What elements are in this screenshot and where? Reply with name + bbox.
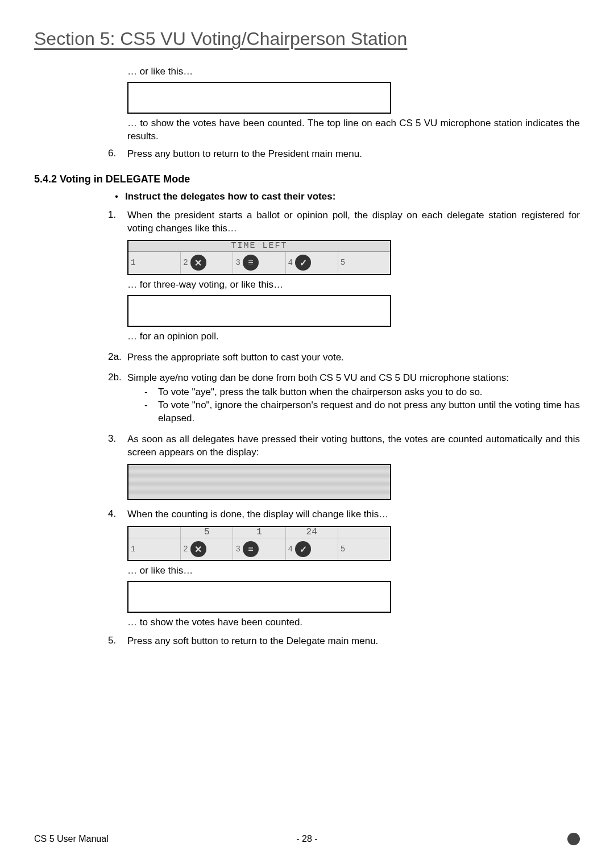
list-text-3: As soon as all delegates have pressed th… — [127, 433, 580, 459]
lcd-cell-1: 1 — [128, 252, 181, 274]
text-votes-counted-2: … to show the votes have been counted. — [127, 616, 580, 629]
text-votes-counted-1: … to show the votes have been counted. T… — [127, 117, 580, 143]
text-or-like-this-2: … or like this… — [127, 564, 580, 578]
result-top-5 — [338, 527, 390, 538]
dash: - — [144, 386, 158, 399]
cross-icon: ✕ — [190, 255, 206, 271]
lcd-cell-3: 3≡ — [233, 252, 285, 274]
lcd-counting — [127, 464, 391, 500]
lcd-time-left: TIME LEFT 1 2✕ 3≡ 4✓ 5 — [127, 240, 391, 275]
bullet-instruct: Instruct the delegates how to cast their… — [125, 191, 335, 202]
heading-5-4-2: 5.4.2 Voting in DELEGATE Mode — [34, 173, 580, 185]
result-cell-2: 2✕ — [181, 538, 233, 560]
lcd-cell-5: 5 — [338, 252, 390, 274]
result-top-4: 24 — [286, 527, 338, 538]
lcd-results: 5 1 24 1 2✕ 3≡ 4✓ 5 — [127, 526, 391, 561]
list-number-2b: 2b. — [108, 372, 127, 425]
lcd-cell-2: 2✕ — [181, 252, 233, 274]
result-top-2: 5 — [181, 527, 233, 538]
lcd-placeholder-3 — [127, 581, 391, 613]
result-cell-4: 4✓ — [286, 538, 338, 560]
list-text-5: Press any soft button to return to the D… — [127, 635, 580, 648]
list-number-3: 3. — [108, 433, 127, 459]
bullet-dot: • — [108, 191, 125, 202]
text-opinion-poll: … for an opinion poll. — [127, 330, 580, 343]
cross-icon: ✕ — [190, 541, 206, 557]
list-number-1: 1. — [108, 209, 127, 235]
result-cell-1: 1 — [128, 538, 181, 560]
list-number-2a: 2a. — [108, 351, 127, 364]
section-title: Section 5: CS5 VU Voting/Chairperson Sta… — [34, 28, 580, 49]
neutral-icon: ≡ — [243, 255, 259, 271]
list-text-4: When the counting is done, the display w… — [127, 508, 580, 521]
list-number-4: 4. — [108, 508, 127, 521]
list-text-2b-main: Simple aye/no voting dan be done from bo… — [127, 372, 509, 383]
text-or-like-this-1: … or like this… — [127, 65, 580, 78]
lcd-placeholder-2 — [127, 295, 391, 327]
lcd-placeholder-1 — [127, 82, 391, 114]
check-icon: ✓ — [295, 541, 311, 557]
result-cell-5: 5 — [338, 538, 390, 560]
lcd-cell-4: 4✓ — [286, 252, 338, 274]
list-text-6: Press any button to return to the Presid… — [127, 148, 580, 161]
result-top-1 — [128, 527, 181, 538]
list-text-1: When the president starts a ballot or op… — [127, 209, 580, 235]
result-cell-3: 3≡ — [233, 538, 285, 560]
list-number-5: 5. — [108, 635, 127, 648]
footer-left: CS 5 User Manual — [34, 834, 109, 844]
footer-page-number: - 28 - — [296, 834, 317, 844]
check-icon: ✓ — [295, 255, 311, 271]
list-text-2a: Press the appropriate soft button to cas… — [127, 351, 580, 364]
list-text-2b: Simple aye/no voting dan be done from bo… — [127, 372, 580, 425]
dash-no: To vote "no", ignore the chairperson's r… — [158, 399, 580, 425]
list-number-6: 6. — [108, 148, 127, 161]
lcd-top-label: TIME LEFT — [128, 241, 390, 252]
result-top-3: 1 — [233, 527, 285, 538]
dash: - — [144, 399, 158, 425]
footer-logo-icon — [567, 833, 580, 845]
dash-aye: To vote "aye", press the talk button whe… — [158, 386, 483, 399]
neutral-icon: ≡ — [243, 541, 259, 557]
text-three-way: … for three-way voting, or like this… — [127, 279, 580, 292]
